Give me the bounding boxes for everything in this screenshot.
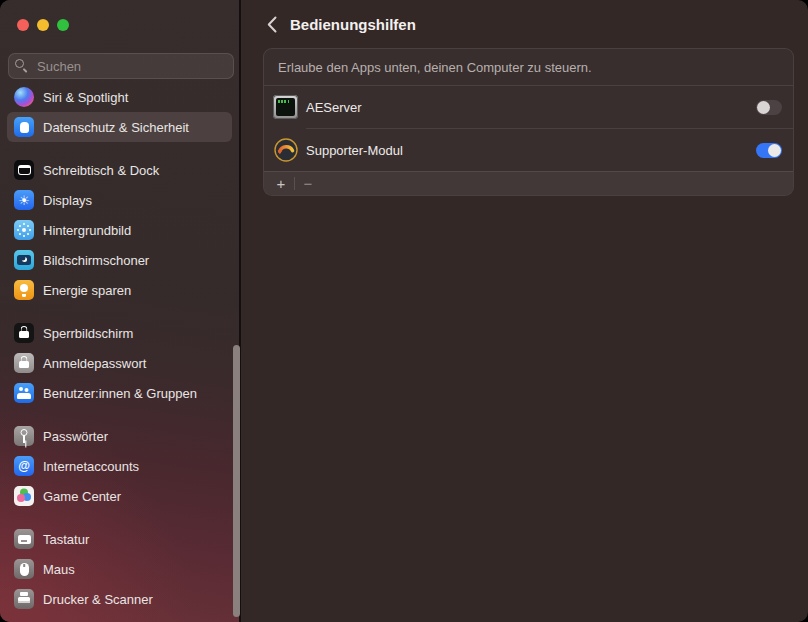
keyboard-icon — [14, 529, 34, 549]
sidebar-item-users-groups[interactable]: Benutzer:innen & Gruppen — [7, 378, 232, 408]
sidebar-item-keyboard[interactable]: Tastatur — [7, 524, 232, 554]
login-password-lock-icon — [14, 353, 34, 373]
users-icon — [14, 383, 34, 403]
game-center-icon — [14, 486, 34, 506]
sidebar-item-label: Drucker & Scanner — [43, 592, 153, 607]
sidebar-item-label: Energie sparen — [43, 283, 131, 298]
window-controls — [17, 19, 69, 31]
mouse-icon — [14, 559, 34, 579]
minimize-window-button[interactable] — [37, 19, 49, 31]
sidebar-item-game-center[interactable]: Game Center — [7, 481, 232, 511]
system-settings-window: Siri & Spotlight Datenschutz & Sicherhei… — [0, 0, 808, 622]
sidebar-item-label: Hintergrundbild — [43, 223, 131, 238]
sidebar-item-energy-saver[interactable]: Energie sparen — [7, 275, 232, 305]
main-panel: Bedienungshilfen Erlaube den Apps unten,… — [243, 0, 808, 622]
rotate-arrow-app-icon — [273, 138, 298, 162]
sidebar-item-privacy-security[interactable]: Datenschutz & Sicherheit — [7, 112, 232, 142]
sidebar-item-login-password[interactable]: Anmeldepasswort — [7, 348, 232, 378]
sidebar-item-passwords[interactable]: Passwörter — [7, 421, 232, 451]
key-icon — [14, 426, 34, 446]
close-window-button[interactable] — [17, 19, 29, 31]
app-row-supporter-modul: Supporter-Modul — [264, 129, 793, 171]
sidebar-item-wallpaper[interactable]: Hintergrundbild — [7, 215, 232, 245]
sidebar-item-displays[interactable]: Displays — [7, 185, 232, 215]
sidebar-item-label: Maus — [43, 562, 75, 577]
footer-divider — [294, 177, 295, 190]
sidebar-item-label: Displays — [43, 193, 92, 208]
printer-icon — [14, 589, 34, 609]
zoom-window-button[interactable] — [57, 19, 69, 31]
accessibility-apps-card: Erlaube den Apps unten, deinen Computer … — [263, 48, 794, 196]
privacy-hand-icon — [14, 117, 34, 137]
sidebar-item-printers-scanners[interactable]: Drucker & Scanner — [7, 584, 232, 614]
sidebar-item-label: Tastatur — [43, 532, 89, 547]
sidebar-item-siri-spotlight[interactable]: Siri & Spotlight — [7, 84, 232, 112]
app-list-footer: + − — [264, 171, 793, 195]
at-sign-icon — [14, 456, 34, 476]
page-header: Bedienungshilfen — [243, 0, 808, 48]
sidebar-item-screensaver[interactable]: Bildschirmschoner — [7, 245, 232, 275]
sidebar-item-label: Siri & Spotlight — [43, 90, 128, 105]
aeserver-toggle[interactable] — [756, 100, 782, 115]
sidebar-item-label: Internetaccounts — [43, 459, 139, 474]
app-name: AEServer — [306, 100, 756, 115]
sidebar-item-lock-screen[interactable]: Sperrbildschirm — [7, 318, 232, 348]
sidebar-item-label: Sperrbildschirm — [43, 326, 133, 341]
sidebar-item-label: Anmeldepasswort — [43, 356, 146, 371]
sidebar-item-label: Benutzer:innen & Gruppen — [43, 386, 197, 401]
add-app-button[interactable]: + — [270, 173, 292, 195]
desktop-dock-icon — [14, 160, 34, 180]
displays-sun-icon — [14, 190, 34, 210]
sidebar-item-internet-accounts[interactable]: Internetaccounts — [7, 451, 232, 481]
terminal-app-icon — [273, 95, 298, 119]
energy-bulb-icon — [14, 280, 34, 300]
back-button[interactable] — [261, 13, 283, 35]
siri-icon — [14, 87, 34, 107]
sidebar-list: Siri & Spotlight Datenschutz & Sicherhei… — [0, 84, 239, 622]
wallpaper-icon — [14, 220, 34, 240]
lock-screen-icon — [14, 323, 34, 343]
sidebar-item-label: Schreibtisch & Dock — [43, 163, 159, 178]
card-description: Erlaube den Apps unten, deinen Computer … — [278, 60, 592, 75]
sidebar-item-label: Datenschutz & Sicherheit — [43, 120, 189, 135]
sidebar: Siri & Spotlight Datenschutz & Sicherhei… — [0, 0, 241, 622]
sidebar-item-desktop-dock[interactable]: Schreibtisch & Dock — [7, 155, 232, 185]
screensaver-icon — [14, 250, 34, 270]
app-row-aeserver: AEServer — [264, 86, 793, 128]
supporter-modul-toggle[interactable] — [756, 143, 782, 158]
remove-app-button[interactable]: − — [297, 173, 319, 195]
sidebar-item-label: Game Center — [43, 489, 121, 504]
search-input[interactable] — [8, 53, 234, 79]
card-description-row: Erlaube den Apps unten, deinen Computer … — [264, 49, 793, 85]
sidebar-scrollbar[interactable] — [233, 345, 240, 617]
sidebar-item-mouse[interactable]: Maus — [7, 554, 232, 584]
sidebar-item-label: Bildschirmschoner — [43, 253, 149, 268]
sidebar-item-label: Passwörter — [43, 429, 108, 444]
app-name: Supporter-Modul — [306, 143, 756, 158]
chevron-left-icon — [267, 16, 277, 33]
page-title: Bedienungshilfen — [290, 16, 416, 33]
